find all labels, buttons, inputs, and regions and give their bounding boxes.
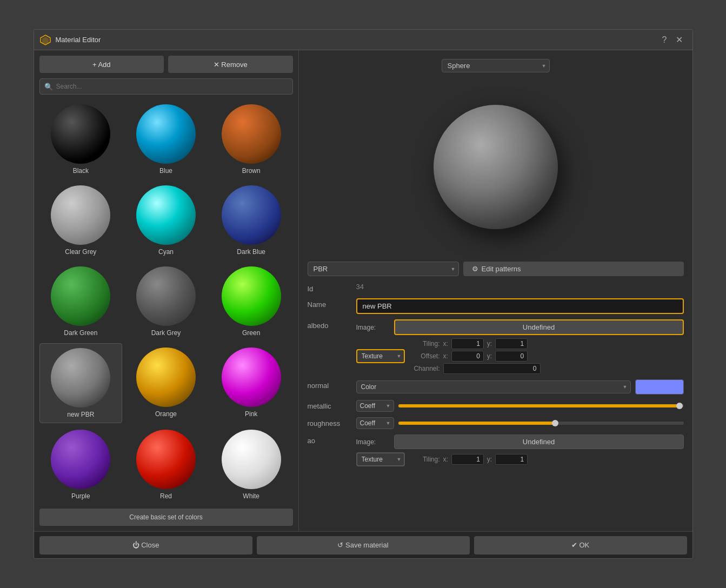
save-material-button[interactable]: ↺ Save material	[257, 536, 470, 554]
left-panel: + Add ✕ Remove 🔍 BlackBlueBrownClear Gre…	[34, 50, 299, 531]
roughness-slider[interactable]	[398, 422, 684, 425]
roughness-coeff-dropdown-wrapper: Coeff	[356, 417, 394, 429]
tiling-y-input[interactable]	[495, 338, 528, 349]
edit-patterns-button[interactable]: ⚙ Edit patterns	[463, 262, 684, 276]
create-basic-colors-button[interactable]: Create basic set of colors	[39, 509, 293, 526]
ao-texture-dropdown[interactable]: Texture	[356, 452, 405, 466]
properties-area: PBR ⚙ Edit patterns Id 34	[308, 262, 684, 526]
offset-y-label: y:	[487, 352, 492, 360]
normal-type-dropdown-wrapper: Color	[356, 380, 631, 393]
normal-type-dropdown[interactable]: Color	[356, 380, 631, 393]
ao-label: ao	[308, 435, 356, 445]
ao-image-row: Image: Undefined	[356, 435, 684, 449]
app-logo-icon	[39, 34, 51, 46]
material-sphere-darkgrey	[136, 266, 196, 326]
material-item-cleargrey[interactable]: Clear Grey	[39, 181, 123, 260]
metallic-slider[interactable]	[398, 404, 684, 407]
material-sphere-darkblue	[222, 185, 281, 245]
material-item-brown[interactable]: Brown	[210, 100, 293, 179]
material-sphere-green	[222, 266, 281, 326]
material-sphere-black	[51, 104, 110, 164]
pbr-type-dropdown-wrapper: PBR	[308, 262, 459, 276]
roughness-row: roughness Coeff	[308, 417, 684, 429]
offset-x-input[interactable]	[451, 351, 484, 362]
material-item-orange[interactable]: Orange	[124, 343, 208, 423]
material-item-black[interactable]: Black	[39, 100, 123, 179]
metallic-slider-fill	[398, 404, 678, 407]
albedo-undefined-button[interactable]: Undefined	[394, 319, 684, 335]
materials-grid: BlackBlueBrownClear GreyCyanDark BlueDar…	[39, 100, 293, 504]
offset-y-input[interactable]	[495, 351, 528, 362]
material-item-newpbr[interactable]: new PBR	[39, 343, 123, 423]
remove-button[interactable]: ✕ Remove	[168, 56, 293, 73]
close-window-button[interactable]: ✕	[671, 36, 687, 44]
metallic-label: metallic	[308, 400, 356, 410]
material-item-darkgreen[interactable]: Dark Green	[39, 262, 123, 341]
roughness-coeff-dropdown[interactable]: Coeff	[356, 417, 394, 429]
roughness-slider-thumb[interactable]	[552, 420, 558, 426]
metallic-coeff-dropdown[interactable]: Coeff	[356, 400, 394, 412]
edit-patterns-label: Edit patterns	[482, 265, 521, 273]
name-row: Name	[308, 298, 684, 314]
add-button[interactable]: + Add	[39, 56, 164, 73]
material-item-purple[interactable]: Purple	[39, 425, 123, 504]
offset-label: Offset:	[410, 352, 440, 360]
texture-dropdown[interactable]: Texture	[356, 349, 405, 363]
toolbar-row: + Add ✕ Remove	[39, 56, 293, 73]
material-label-darkgrey: Dark Grey	[151, 329, 181, 337]
close-button[interactable]: ⏻ Close	[39, 536, 252, 554]
material-label-cleargrey: Clear Grey	[65, 248, 96, 256]
ao-undefined-button[interactable]: Undefined	[394, 435, 684, 449]
material-item-darkblue[interactable]: Dark Blue	[210, 181, 293, 260]
ao-tiling-y-input[interactable]	[495, 454, 528, 465]
ao-texture-dropdown-wrapper: Texture	[356, 452, 405, 466]
name-input[interactable]	[356, 298, 684, 314]
material-label-blue: Blue	[159, 167, 172, 175]
material-item-darkgrey[interactable]: Dark Grey	[124, 262, 208, 341]
ao-tiling-x-input[interactable]	[451, 454, 484, 465]
ao-tiling-x-label: x:	[443, 456, 448, 463]
ao-row: ao Image: Undefined Texture	[308, 435, 684, 466]
material-editor-window: Material Editor ? ✕ + Add ✕ Remove 🔍 Bla…	[34, 29, 693, 559]
channel-row: Channel:	[410, 363, 541, 374]
channel-input[interactable]	[443, 363, 541, 374]
tiling-y-label: y:	[487, 340, 492, 348]
material-item-red[interactable]: Red	[124, 425, 208, 504]
material-item-green[interactable]: Green	[210, 262, 293, 341]
normal-color-swatch[interactable]	[635, 379, 684, 395]
material-item-pink[interactable]: Pink	[210, 343, 293, 423]
main-content: + Add ✕ Remove 🔍 BlackBlueBrownClear Gre…	[34, 50, 692, 531]
search-input[interactable]	[56, 83, 288, 90]
material-sphere-orange	[136, 348, 196, 407]
pbr-type-dropdown[interactable]: PBR	[308, 262, 459, 276]
preview-controls: Sphere	[442, 59, 550, 72]
shape-dropdown[interactable]: Sphere	[442, 59, 550, 72]
material-item-cyan[interactable]: Cyan	[124, 181, 208, 260]
title-bar: Material Editor ? ✕	[34, 30, 692, 50]
shape-dropdown-wrapper: Sphere	[442, 59, 550, 72]
material-label-orange: Orange	[155, 410, 177, 418]
tiling-label: Tiling:	[410, 340, 440, 348]
material-item-white[interactable]: White	[210, 425, 293, 504]
texture-dropdown-wrapper: Texture	[356, 349, 405, 363]
albedo-image-row: Image: Undefined	[356, 319, 684, 335]
tiling-row: Tiling: x: y:	[410, 338, 541, 349]
metallic-row: metallic Coeff	[308, 400, 684, 412]
material-sphere-darkgreen	[51, 266, 110, 326]
id-label: Id	[308, 283, 356, 293]
material-label-purple: Purple	[71, 492, 90, 500]
ok-button[interactable]: ✔ OK	[474, 536, 687, 554]
material-sphere-pink	[222, 348, 281, 407]
tiling-x-input[interactable]	[451, 338, 484, 349]
material-sphere-brown	[222, 104, 281, 164]
albedo-row: albedo Image: Undefined Texture	[308, 319, 684, 374]
help-button[interactable]: ?	[658, 36, 671, 44]
metallic-coeff-dropdown-wrapper: Coeff	[356, 400, 394, 412]
material-sphere-cleargrey	[51, 185, 110, 245]
texture-row: Texture Tiling: x: y:	[356, 338, 684, 374]
metallic-slider-thumb[interactable]	[676, 403, 683, 409]
name-label: Name	[308, 298, 356, 309]
material-item-blue[interactable]: Blue	[124, 100, 208, 179]
tiling-x-label: x:	[443, 340, 448, 348]
window-title: Material Editor	[56, 36, 658, 44]
